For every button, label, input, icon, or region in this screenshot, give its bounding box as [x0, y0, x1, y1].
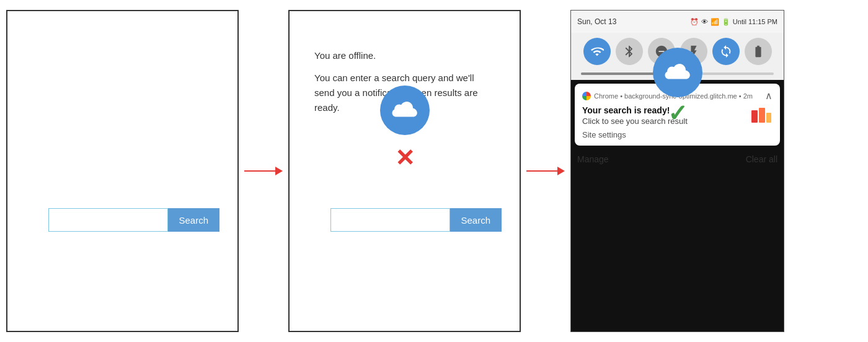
battery-icon: 🔋 [722, 18, 730, 26]
svg-rect-0 [751, 110, 758, 123]
search-area-2: Search [330, 208, 479, 232]
search-area-1: Search [48, 208, 197, 232]
arrow-1 [244, 167, 283, 175]
arrow-1-container [239, 167, 288, 175]
status-bar: Sun, Oct 13 ⏰ 👁 📶 🔋 Until 11:15 PM [571, 11, 784, 33]
svg-rect-2 [766, 113, 771, 123]
vr-icon: 👁 [701, 18, 708, 25]
main-container: Search You are offline. You can enter a … [0, 0, 868, 342]
android-panel: ✓ Sun, Oct 13 ⏰ 👁 📶 🔋 Until 11:15 PM [570, 10, 784, 332]
phone-mockup-1: Search [6, 10, 239, 332]
alarm-icon: ⏰ [690, 18, 699, 26]
qs-bluetooth[interactable] [616, 38, 643, 65]
qs-sync[interactable] [712, 38, 740, 65]
check-mark: ✓ [653, 100, 702, 127]
phone-mockup-2: You are offline. You can enter a search … [288, 10, 521, 332]
arrow-line-1 [244, 170, 275, 172]
until-time: Until 11:15 PM [733, 18, 777, 25]
arrow-line-2 [526, 170, 557, 172]
cloud-circle-online [653, 48, 702, 97]
cloud-circle-offline [380, 86, 430, 135]
x-mark: ✕ [395, 144, 415, 172]
search-input-2[interactable] [330, 208, 450, 232]
search-button-2[interactable]: Search [450, 208, 502, 232]
offline-line1: You are offline. [314, 48, 495, 63]
search-button-1[interactable]: Search [168, 208, 220, 232]
cloud-icon-offline [380, 86, 430, 135]
cloud-icon-online: ✓ [653, 48, 702, 127]
site-settings[interactable]: Site settings [582, 130, 773, 139]
arrow-head-1 [275, 167, 283, 175]
wifi-status-icon: 📶 [711, 18, 719, 26]
status-date: Sun, Oct 13 [577, 17, 616, 26]
collapse-icon[interactable]: ∧ [765, 90, 773, 102]
arrow-head-2 [557, 167, 565, 175]
notification-app-icon [750, 105, 773, 128]
arrow-2-container [521, 167, 570, 175]
search-input-1[interactable] [48, 208, 168, 232]
arrow-2 [526, 167, 565, 175]
qs-wifi[interactable] [583, 38, 611, 65]
chrome-icon [582, 92, 591, 100]
notification-actions: Manage Clear all [571, 149, 784, 169]
svg-rect-1 [759, 108, 765, 123]
clear-all-button[interactable]: Clear all [746, 154, 777, 164]
manage-button[interactable]: Manage [577, 154, 609, 164]
status-icons: ⏰ 👁 📶 🔋 Until 11:15 PM [690, 18, 777, 26]
qs-battery[interactable] [745, 38, 772, 65]
